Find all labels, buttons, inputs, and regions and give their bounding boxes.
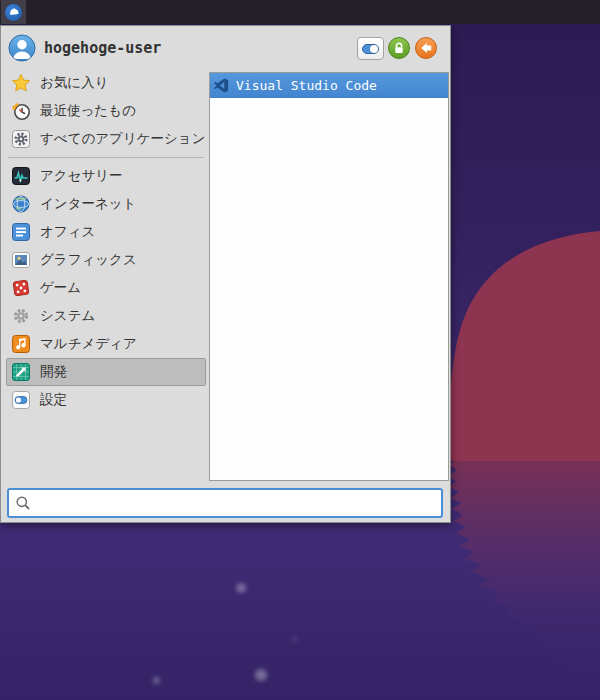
- category-item-favorites[interactable]: お気に入り: [6, 69, 206, 97]
- category-item-internet[interactable]: インターネット: [6, 190, 206, 218]
- category-item-graphics[interactable]: グラフィックス: [6, 246, 206, 274]
- username: hogehoge-user: [44, 39, 161, 57]
- category-label: 最近使ったもの: [40, 102, 136, 120]
- category-label: ゲーム: [40, 279, 81, 297]
- toggle-switch-icon: [362, 44, 379, 54]
- whisker-menu-icon: [5, 4, 22, 21]
- category-separator: [6, 153, 206, 162]
- application-list: Visual Studio Code: [209, 72, 449, 481]
- sun-circle: [448, 231, 600, 461]
- category-item-office[interactable]: オフィス: [6, 218, 206, 246]
- app-item-vscode[interactable]: Visual Studio Code: [210, 73, 448, 98]
- whisker-menu-window: hogehoge-user お気に入り: [0, 25, 451, 523]
- category-label: グラフィックス: [40, 251, 137, 269]
- app-label: Visual Studio Code: [236, 78, 377, 93]
- logout-arrow-icon: [419, 41, 433, 55]
- category-label: インターネット: [40, 195, 136, 213]
- category-label: お気に入り: [40, 74, 108, 92]
- lock-icon: [392, 41, 406, 55]
- star-icon: [11, 73, 31, 93]
- lock-screen-button[interactable]: [388, 37, 410, 59]
- search-icon: [15, 495, 31, 511]
- internet-globe-icon: [11, 194, 31, 214]
- system-gear-icon: [11, 306, 31, 326]
- all-applications-gear-icon: [11, 129, 31, 149]
- category-item-settings[interactable]: 設定: [6, 386, 206, 414]
- whisker-menu-button[interactable]: [1, 0, 26, 24]
- bokeh-dot: [292, 637, 297, 642]
- logout-button[interactable]: [415, 37, 437, 59]
- games-dice-icon: [11, 278, 31, 298]
- vscode-icon: [213, 77, 230, 94]
- sun-reflection: [449, 461, 600, 700]
- category-item-recent[interactable]: 最近使ったもの: [6, 97, 206, 125]
- bokeh-dot: [255, 669, 267, 681]
- category-label: すべてのアプリケーション: [40, 130, 205, 148]
- search-box[interactable]: [7, 488, 443, 518]
- category-label: アクセサリー: [40, 167, 123, 185]
- office-document-icon: [11, 222, 31, 242]
- category-label: 開発: [40, 363, 67, 381]
- user-avatar: [8, 34, 36, 62]
- category-label: システム: [40, 307, 95, 325]
- category-item-system[interactable]: システム: [6, 302, 206, 330]
- settings-toggle-icon: [11, 390, 31, 410]
- settings-toggle-button[interactable]: [357, 37, 384, 60]
- category-label: オフィス: [40, 223, 95, 241]
- recent-clock-icon: [11, 101, 31, 121]
- category-list: お気に入り 最近使ったもの: [6, 69, 206, 414]
- search-input[interactable]: [31, 495, 435, 512]
- graphics-photo-icon: [11, 250, 31, 270]
- bokeh-dot: [236, 583, 246, 593]
- category-item-all-applications[interactable]: すべてのアプリケーション: [6, 125, 206, 153]
- category-item-development[interactable]: 開発: [6, 358, 206, 386]
- accessories-pulse-icon: [11, 166, 31, 186]
- category-label: マルチメディア: [40, 335, 137, 353]
- category-item-games[interactable]: ゲーム: [6, 274, 206, 302]
- bokeh-dot: [153, 677, 160, 684]
- category-item-multimedia[interactable]: マルチメディア: [6, 330, 206, 358]
- category-item-accessories[interactable]: アクセサリー: [6, 162, 206, 190]
- top-panel: [0, 0, 600, 24]
- development-icon: [11, 362, 31, 382]
- category-label: 設定: [40, 391, 67, 409]
- multimedia-note-icon: [11, 334, 31, 354]
